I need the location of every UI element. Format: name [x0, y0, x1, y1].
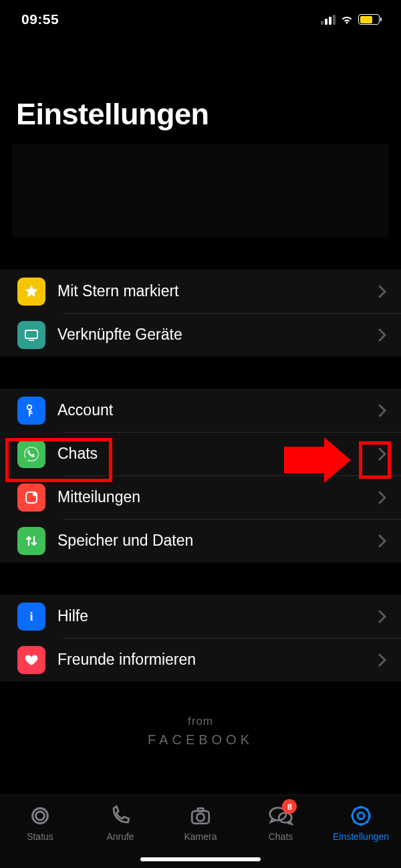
svg-point-8 [36, 812, 45, 821]
svg-rect-1 [29, 340, 34, 341]
chevron-right-icon [378, 285, 386, 298]
tab-bar: Status Anrufe Kamera 8 Chats Einstellung… [0, 794, 401, 868]
chevron-right-icon [378, 653, 386, 667]
key-icon [17, 397, 45, 425]
svg-line-23 [366, 808, 368, 810]
svg-point-15 [358, 812, 364, 819]
tab-label: Chats [269, 831, 293, 842]
row-label: Speicher und Daten [57, 532, 366, 550]
wifi-icon [340, 14, 354, 25]
heart-icon [17, 646, 45, 674]
row-label: Freunde informieren [57, 651, 366, 669]
tab-label: Status [27, 831, 53, 842]
svg-text:i: i [29, 610, 33, 623]
row-label: Verknüpfte Geräte [57, 326, 366, 344]
chevron-right-icon [378, 404, 386, 417]
svg-point-10 [196, 813, 204, 821]
row-label: Hilfe [57, 607, 366, 625]
tab-label: Kamera [184, 831, 217, 842]
status-bar: 09:55 [0, 0, 401, 33]
tab-label: Einstellungen [333, 831, 389, 842]
svg-rect-11 [198, 808, 204, 811]
highlight-chats-row [5, 438, 112, 482]
profile-card[interactable] [12, 144, 389, 237]
row-help[interactable]: i Hilfe [0, 594, 401, 638]
tab-label: Anrufe [106, 831, 134, 842]
svg-line-20 [354, 808, 356, 810]
annotation-arrow [284, 437, 351, 483]
brand-from: from [0, 715, 401, 728]
settings-group-1: Mit Stern markiert Verknüpfte Geräte [0, 269, 401, 356]
home-indicator[interactable] [140, 857, 261, 861]
chevron-right-icon [378, 610, 386, 623]
monitor-icon [17, 321, 45, 349]
svg-point-5 [33, 492, 37, 496]
arrows-up-down-icon [17, 527, 45, 555]
page-title: Einstellungen [0, 33, 401, 144]
battery-icon [358, 14, 380, 25]
row-storage[interactable]: Speicher und Daten [0, 519, 401, 562]
status-indicators [321, 14, 380, 25]
svg-line-21 [366, 821, 368, 823]
chevron-right-icon [378, 328, 386, 342]
row-label: Mitteilungen [57, 488, 366, 506]
badge-count: 8 [282, 799, 297, 814]
chevron-right-icon [378, 534, 386, 548]
settings-group-3: i Hilfe Freunde informieren [0, 594, 401, 681]
tab-status[interactable]: Status [0, 795, 80, 868]
row-linked-devices[interactable]: Verknüpfte Geräte [0, 313, 401, 356]
row-tell-friends[interactable]: Freunde informieren [0, 638, 401, 681]
star-icon [17, 278, 45, 306]
status-time: 09:55 [21, 11, 59, 27]
signal-icon [321, 15, 336, 25]
svg-rect-0 [25, 330, 37, 338]
svg-line-22 [354, 821, 356, 823]
brand-name: FACEBOOK [0, 732, 401, 748]
row-starred[interactable]: Mit Stern markiert [0, 269, 401, 313]
chevron-right-icon [378, 491, 386, 504]
info-icon: i [17, 603, 45, 631]
tab-settings[interactable]: Einstellungen [321, 795, 401, 868]
notification-icon [17, 483, 45, 512]
footer-brand: from FACEBOOK [0, 715, 401, 748]
row-account[interactable]: Account [0, 389, 401, 432]
highlight-chats-chevron [359, 441, 391, 479]
row-label: Account [57, 401, 366, 419]
row-label: Mit Stern markiert [57, 282, 366, 300]
